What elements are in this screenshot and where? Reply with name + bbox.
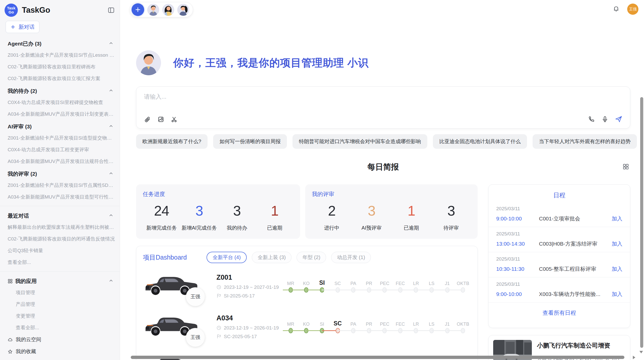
chevron-up-icon[interactable] <box>109 124 113 130</box>
scissors-icon[interactable] <box>171 116 178 123</box>
scroll-right-arrow[interactable] <box>633 356 635 359</box>
filter-new-platform[interactable]: 全新平台 (4) <box>207 252 247 263</box>
group-my-apps[interactable]: 我的应用 <box>0 275 120 287</box>
stat-in-progress: 2 进行中 <box>312 203 352 231</box>
suggestion-chip[interactable]: 如何写一份清晰的项目周报 <box>213 134 287 149</box>
layout-grid-icon[interactable] <box>622 163 629 171</box>
milestone-dot <box>414 287 418 293</box>
group-title: 我的评审 (2) <box>8 170 37 177</box>
group-recent-chats[interactable]: 最近对话 <box>0 209 120 221</box>
group-agent-done[interactable]: Agent已办 (3) <box>0 37 120 49</box>
project-row-a034[interactable]: 王强 A034 2023-12-19 ~ 2026-01-19 <box>136 306 477 347</box>
collapse-sidebar-icon[interactable] <box>108 7 115 14</box>
chat-input[interactable] <box>144 93 622 100</box>
scroll-down-arrow[interactable] <box>639 351 643 353</box>
project-dates: 2023-12-19 ~ 2026-01-19 <box>216 325 281 331</box>
task-progress-card: 任务进度 24 新增完成任务 3 新增AI完成任务 <box>136 184 300 239</box>
group-my-review[interactable]: 我的评审 (2) <box>0 167 120 179</box>
suggestion-chip[interactable]: 当下年轻人对汽车外观有怎样的喜好趋势 <box>533 134 637 149</box>
view-all-schedule-link[interactable]: 查看所有日程 <box>489 303 630 317</box>
milestone-dot <box>429 287 434 293</box>
divider <box>0 271 120 272</box>
milestone-label: FEC <box>392 281 408 286</box>
recent-more-link[interactable]: 查看全部... <box>0 257 120 268</box>
sidebar-item[interactable]: C02-飞腾新能源轻客改款项目里程碑画布 <box>0 61 120 73</box>
milestone-label: KO <box>299 281 314 286</box>
filter-year-model[interactable]: 年型 (2) <box>297 252 326 263</box>
schedule-date: 2025/03/11 <box>496 231 622 237</box>
recent-chat-item[interactable]: 公司Q3轻卡销量 <box>0 245 120 257</box>
schedule-name: X003-车辆动力学性能验... <box>539 291 608 298</box>
sidebar-item[interactable]: Z001-全新燃油轻卡产品开发项目SI节点属性5D文件评审 <box>0 179 120 191</box>
sidebar-item-label: 我的云空间 <box>16 336 41 343</box>
schedule-time: 9:00-10:00 <box>496 291 539 297</box>
milestone-label: OKTB <box>455 322 471 327</box>
microphone-icon[interactable] <box>602 116 608 123</box>
join-link[interactable]: 加入 <box>612 265 622 273</box>
chevron-up-icon[interactable] <box>109 213 113 219</box>
image-icon[interactable] <box>157 116 164 123</box>
chevron-up-icon[interactable] <box>109 88 113 94</box>
phone-icon[interactable] <box>588 116 595 123</box>
milestone-label: PA <box>345 322 361 327</box>
sidebar-item[interactable]: A034-全新新能源MUV产品开发项目计划变更表编写 <box>0 108 120 120</box>
horizontal-scrollbar[interactable] <box>131 356 624 359</box>
project-image: 王强 <box>143 311 200 342</box>
app-item-project-mgmt[interactable]: 项目管理 <box>0 287 120 298</box>
milestone-label: PR <box>361 322 377 327</box>
suggestion-chip[interactable]: 欧洲新规最近颁布了什么? <box>136 134 208 149</box>
schedule-item: 2025/03/11 9:00-10:00 C001-立项审批会 加入 <box>489 202 630 227</box>
sidebar-item[interactable]: Z001-全新燃油皮卡产品开发项目SI节点Lesson Learn报告 <box>0 49 120 61</box>
milestone-timeline: MR KO SI SC PA PR PEC FEC LR LS J1 <box>283 315 471 338</box>
milestone-dot <box>398 287 402 293</box>
schedule-date: 2025/03/11 <box>496 206 622 212</box>
recent-chat-item[interactable]: C02-飞腾新能源轻客改款项目的闭环通告反馈情况 <box>0 233 120 245</box>
filter-powertrain[interactable]: 动总开发 (1) <box>331 252 371 263</box>
suggestion-chip[interactable]: 比亚迪全固态电池计划具体说了什么 <box>433 134 527 149</box>
app-item-change-mgmt[interactable]: 变更管理 <box>0 310 120 322</box>
sidebar-item[interactable]: C0X4-动力总成开发项目工程变更评审 <box>0 144 120 156</box>
project-row-z001[interactable]: 王强 Z001 2023-12-19 ~ 2027-01-19 <box>136 266 477 306</box>
group-my-todo[interactable]: 我的待办 (2) <box>0 84 120 97</box>
attachment-icon[interactable] <box>144 116 151 123</box>
group-ai-review[interactable]: AI评审 (3) <box>0 120 120 132</box>
milestone-label: SC <box>330 320 346 327</box>
owner-badge: 王强 <box>186 328 205 347</box>
stat-my-todo: 3 我的待办 <box>218 203 256 231</box>
sidebar-item-favorites[interactable]: 我的收藏 <box>0 346 120 357</box>
sidebar-item-cloud-space[interactable]: 我的云空间 <box>0 334 120 346</box>
sidebar-item[interactable]: C0X4-动力总成开发项目SI里程碑提交物检查 <box>0 97 120 108</box>
milestone-dot <box>304 328 309 333</box>
chevron-up-icon[interactable] <box>109 41 113 47</box>
sidebar-item[interactable]: A034-全新新能源MUV产品开发项目法规符合性评审 <box>0 156 120 167</box>
apps-more-link[interactable]: 查看全部... <box>0 322 120 334</box>
join-link[interactable]: 加入 <box>612 291 622 298</box>
recent-chat-item[interactable]: 解释最新出台的欧盟报废车法规再生塑料比例被调至15%... <box>0 221 120 233</box>
milestone-dot <box>445 287 449 293</box>
vertical-scrollbar[interactable] <box>640 97 643 348</box>
sidebar-item[interactable]: A034-全新新能源MUV产品开发项目造型可行性评审 <box>0 191 120 203</box>
sidebar-item-label: 我的收藏 <box>16 348 36 355</box>
app-item-product-mgmt[interactable]: 产品管理 <box>0 298 120 310</box>
join-link[interactable]: 加入 <box>612 215 622 222</box>
filter-new-body[interactable]: 全新上装 (3) <box>252 252 291 263</box>
clock-icon <box>216 285 221 290</box>
milestone-dot <box>414 328 418 333</box>
new-chat-button[interactable]: 新对话 <box>6 21 39 33</box>
suggestion-chip[interactable]: 特朗普可能对进口汽车增税会对中国车企造成哪些影响 <box>292 134 427 149</box>
star-icon <box>8 349 13 354</box>
group-title: Agent已办 (3) <box>8 40 41 47</box>
milestone-dot <box>304 287 309 293</box>
schedule-name: C005-整车工程目标评审 <box>539 265 608 273</box>
milestone-label: PEC <box>377 322 392 327</box>
milestone-dot <box>461 287 465 293</box>
chevron-up-icon[interactable] <box>109 171 113 177</box>
join-link[interactable]: 加入 <box>612 240 622 247</box>
sidebar-sections: Agent已办 (3) Z001-全新燃油皮卡产品开发项目SI节点Lesson … <box>0 37 120 360</box>
sidebar-item[interactable]: Z001-全新燃油轻卡产品开发项目SI造型提交物评审 <box>0 132 120 144</box>
chevron-up-icon[interactable] <box>109 278 113 284</box>
group-title: AI评审 (3) <box>8 123 32 130</box>
stat-pending-review: 3 待评审 <box>431 203 471 231</box>
sidebar-item[interactable]: C02-飞腾新能源轻客改款项目立项汇报方案 <box>0 73 120 84</box>
send-icon[interactable] <box>615 115 622 123</box>
